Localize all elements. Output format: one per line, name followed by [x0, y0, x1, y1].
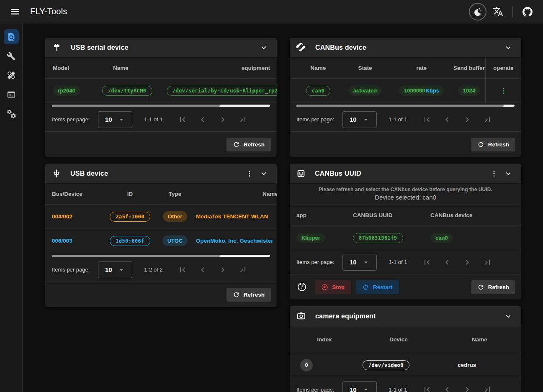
items-per-page-label: Items per page:: [296, 387, 334, 392]
id-chip: 2a5f:1000: [110, 212, 150, 222]
first-page-icon[interactable]: [422, 115, 432, 125]
column-app: app: [296, 212, 349, 218]
stop-button[interactable]: Stop: [315, 280, 351, 294]
device-name-chip: /dev/ttyACM0: [102, 86, 152, 96]
last-page-icon[interactable]: [238, 265, 248, 275]
type-pill: UTOC: [162, 236, 188, 246]
page-size-select[interactable]: 10: [342, 111, 377, 128]
column-model: Model: [52, 65, 100, 71]
dark-mode-moon-icon: [473, 7, 483, 17]
previous-page-icon[interactable]: [442, 115, 452, 125]
gears-icon: [6, 109, 16, 119]
name-value: OpenMoko, Inc. Geschwister: [194, 238, 277, 244]
page-size-select[interactable]: 10: [98, 111, 132, 128]
canbus-device-card: CANBus device Name State rate Send buffe…: [290, 38, 521, 157]
more-menu-button[interactable]: [242, 167, 257, 181]
first-page-icon[interactable]: [178, 115, 188, 125]
first-page-icon[interactable]: [178, 265, 188, 275]
table-row: 004/002 2a5f:1000 Other MediaTek TENCENT…: [45, 205, 277, 229]
previous-page-icon[interactable]: [198, 115, 208, 125]
first-page-icon[interactable]: [422, 384, 432, 392]
next-page-icon[interactable]: [462, 115, 472, 125]
column-id: ID: [127, 191, 133, 197]
caret-down-icon: [362, 385, 370, 392]
name-value: MediaTek TENCENT WLAN: [194, 213, 277, 220]
horizontal-scrollbar[interactable]: [52, 255, 270, 257]
rate-value: 1000000: [404, 87, 425, 94]
sidebar: [0, 23, 23, 392]
sidebar-item-terminal[interactable]: [4, 87, 19, 102]
column-name: Name: [194, 191, 277, 197]
card-title: camera equipment: [315, 313, 376, 320]
collapse-button[interactable]: [257, 41, 271, 55]
column-canbus-uuid: CANBUS UUID: [349, 212, 426, 218]
last-page-icon[interactable]: [482, 257, 492, 267]
device-selected-text: Device selected: can0: [296, 194, 515, 201]
column-device: Device: [389, 336, 408, 343]
caret-down-icon: [362, 258, 370, 266]
canbus-device-value: can0: [430, 233, 453, 243]
horizontal-scrollbar[interactable]: [52, 105, 270, 107]
range-label: 1-1 of 1: [389, 259, 407, 265]
more-menu-button[interactable]: [487, 167, 501, 181]
collapse-button[interactable]: [257, 167, 271, 181]
sidebar-item-device-query[interactable]: [4, 29, 19, 44]
device-chip: /dev/video0: [363, 360, 409, 370]
help-button[interactable]: [296, 281, 308, 293]
items-per-page-label: Items per page:: [52, 116, 90, 123]
next-page-icon[interactable]: [462, 257, 472, 267]
rate-unit: Kbps: [426, 87, 440, 94]
page-size-select[interactable]: 10: [342, 254, 377, 271]
chevron-down-icon: [504, 43, 513, 52]
previous-page-icon[interactable]: [442, 384, 452, 392]
refresh-button[interactable]: Refresh: [226, 138, 271, 151]
row-more-menu-button[interactable]: [497, 84, 511, 98]
collapse-button[interactable]: [501, 167, 515, 181]
page-size-select[interactable]: 10: [342, 381, 377, 392]
github-button[interactable]: [519, 3, 536, 20]
column-operate: operate: [485, 58, 521, 78]
column-index: Index: [317, 336, 332, 343]
column-rate: rate: [417, 65, 427, 71]
bus-value: 004/002: [52, 213, 104, 220]
restart-button[interactable]: Restart: [356, 280, 399, 294]
refresh-button[interactable]: Refresh: [471, 138, 515, 151]
previous-page-icon[interactable]: [442, 257, 452, 267]
refresh-icon: [477, 284, 484, 291]
last-page-icon[interactable]: [482, 115, 492, 125]
language-button[interactable]: [489, 3, 507, 20]
dark-mode-toggle[interactable]: [469, 3, 486, 20]
sidebar-item-repair[interactable]: [4, 68, 19, 83]
next-page-icon[interactable]: [218, 265, 228, 275]
find-in-page-icon: [7, 32, 16, 41]
refresh-button[interactable]: Refresh: [471, 280, 515, 294]
horizontal-scrollbar[interactable]: [296, 105, 515, 107]
sidebar-item-services[interactable]: [4, 106, 19, 121]
caret-down-icon: [362, 115, 370, 124]
last-page-icon[interactable]: [482, 384, 492, 392]
range-label: 1-1 of 1: [144, 116, 162, 123]
caret-down-icon: [117, 115, 126, 124]
collapse-button[interactable]: [501, 41, 515, 55]
collapse-button[interactable]: [501, 309, 515, 323]
table-header: Name State rate Send buffer operate: [290, 58, 521, 79]
first-page-icon[interactable]: [422, 257, 432, 267]
serial-port-icon: [52, 43, 62, 52]
range-label: 1-1 of 1: [389, 116, 407, 123]
last-page-icon[interactable]: [238, 115, 248, 125]
page-size-select[interactable]: 10: [98, 261, 132, 278]
previous-page-icon[interactable]: [198, 265, 208, 275]
paginator: Items per page: 10 1-1 of 1: [290, 250, 521, 274]
app-title: FLY-Tools: [30, 7, 67, 16]
column-bus-device: Bus/Device: [52, 191, 104, 197]
translate-icon: [493, 6, 503, 17]
column-name: Name: [311, 65, 326, 71]
restart-icon: [362, 284, 369, 291]
next-page-icon[interactable]: [218, 115, 228, 125]
refresh-button[interactable]: Refresh: [226, 288, 271, 302]
next-page-icon[interactable]: [462, 384, 472, 392]
refresh-icon: [477, 141, 484, 148]
menu-icon[interactable]: [7, 3, 23, 20]
camera-icon: [296, 311, 306, 321]
sidebar-item-tools[interactable]: [4, 49, 19, 64]
